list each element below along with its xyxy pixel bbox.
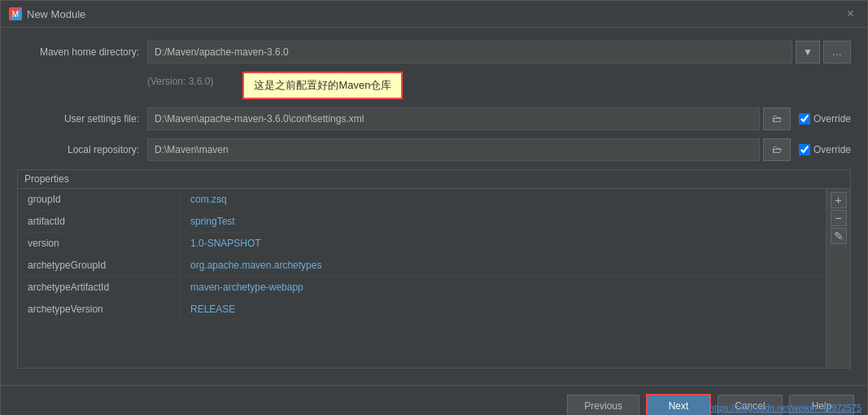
properties-actions: + − ✎: [826, 189, 850, 368]
properties-list: groupId com.zsq artifactId springTest ve…: [18, 189, 826, 368]
table-row[interactable]: groupId com.zsq: [18, 189, 826, 211]
prop-value: 1.0-SNAPSHOT: [181, 233, 826, 254]
prop-key: groupId: [18, 189, 181, 210]
user-settings-override-checkbox[interactable]: [799, 113, 810, 124]
prop-key: archetypeVersion: [18, 299, 181, 320]
local-repo-browse-button[interactable]: 🗁: [763, 138, 791, 161]
local-repo-row: Local repository: 🗁 Override: [17, 138, 851, 161]
tooltip-box: 这是之前配置好的Maven仓库: [242, 72, 403, 99]
maven-home-dropdown-button[interactable]: ▼: [796, 41, 820, 63]
prop-value: maven-archetype-webapp: [181, 277, 826, 298]
edit-property-button[interactable]: ✎: [831, 228, 847, 244]
user-settings-browse-button[interactable]: 🗁: [763, 107, 791, 130]
user-settings-input[interactable]: [147, 107, 760, 130]
prop-key: archetypeArtifactId: [18, 277, 181, 298]
user-settings-override-label: Override: [813, 113, 851, 124]
prop-value: springTest: [181, 211, 826, 232]
next-button[interactable]: Next: [646, 394, 711, 415]
titlebar: M New Module ×: [1, 1, 867, 28]
version-text: (Version: 3.6.0): [147, 76, 213, 87]
local-repo-override-checkbox[interactable]: [799, 144, 810, 155]
maven-home-input[interactable]: [147, 41, 792, 63]
prop-value: org.apache.maven.archetypes: [181, 255, 826, 276]
table-row[interactable]: archetypeGroupId org.apache.maven.archet…: [18, 255, 826, 277]
user-settings-row: User settings file: 🗁 Override: [17, 107, 851, 130]
dialog-title: New Module: [27, 8, 85, 20]
maven-home-row: Maven home directory: ▼ …: [17, 41, 851, 63]
app-icon: M: [9, 7, 22, 20]
user-settings-label: User settings file:: [17, 113, 147, 124]
watermark: https://blog.csdn.net/weixin_44972575: [709, 403, 868, 413]
prop-value: RELEASE: [181, 299, 826, 320]
prop-value: com.zsq: [181, 189, 826, 210]
properties-header: Properties: [18, 170, 850, 189]
prop-key: archetypeGroupId: [18, 255, 181, 276]
table-row[interactable]: version 1.0-SNAPSHOT: [18, 233, 826, 255]
prop-key: artifactId: [18, 211, 181, 232]
remove-property-button[interactable]: −: [831, 210, 847, 226]
maven-home-browse-button[interactable]: …: [823, 41, 851, 63]
maven-home-label: Maven home directory:: [17, 46, 147, 58]
local-repo-input[interactable]: [147, 138, 760, 161]
table-row[interactable]: archetypeVersion RELEASE: [18, 299, 826, 321]
local-repo-label: Local repository:: [17, 144, 147, 155]
table-row[interactable]: artifactId springTest: [18, 211, 826, 233]
prop-key: version: [18, 233, 181, 254]
add-property-button[interactable]: +: [831, 192, 847, 208]
properties-section: Properties groupId com.zsq artifactId sp…: [17, 169, 851, 369]
close-button[interactable]: ×: [842, 6, 859, 22]
local-repo-override-label: Override: [813, 144, 851, 155]
table-row[interactable]: archetypeArtifactId maven-archetype-weba…: [18, 277, 826, 299]
properties-table: groupId com.zsq artifactId springTest ve…: [18, 189, 850, 368]
version-row: (Version: 3.6.0) 这是之前配置好的Maven仓库: [17, 72, 851, 99]
previous-button[interactable]: Previous: [567, 395, 639, 415]
